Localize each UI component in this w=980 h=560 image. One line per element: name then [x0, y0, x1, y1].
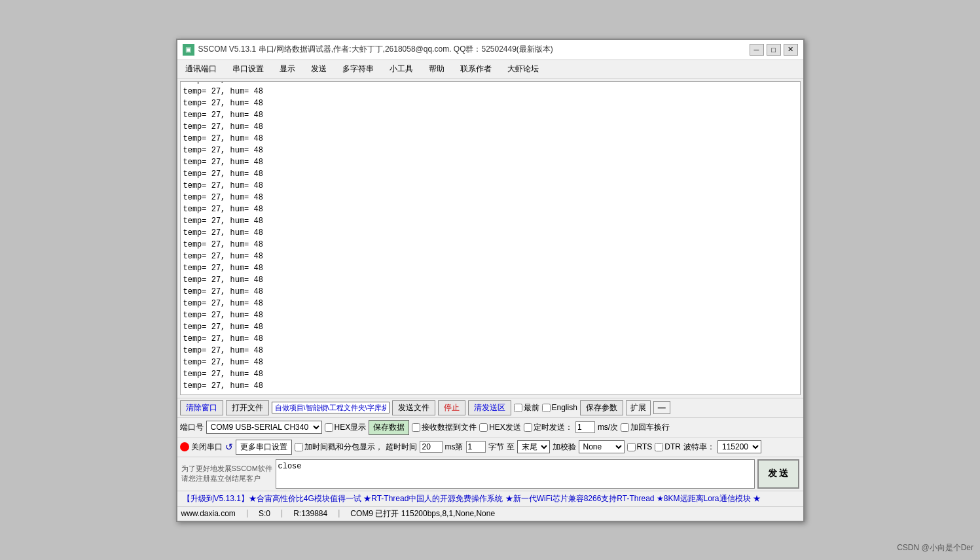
- watermark: CSDN @小向是个Der: [897, 542, 973, 553]
- data-line: temp= 27, hum= 48: [183, 156, 797, 168]
- baud-select[interactable]: 115200: [717, 440, 761, 453]
- title-bar: ▣ SSCOM V5.13.1 串口/网络数据调试器,作者:大虾丁丁,26180…: [177, 40, 803, 60]
- byte-input[interactable]: [466, 441, 486, 453]
- s-status: S:0: [259, 508, 270, 519]
- send-area: 为了更好地发展SSCOM软件 请您注册嘉立创结尾客户 close 发 送: [177, 457, 803, 491]
- port-label: 端口号: [180, 422, 204, 433]
- minimize-button[interactable]: ─: [750, 44, 764, 56]
- send-text-input[interactable]: close: [276, 459, 755, 489]
- data-line: temp= 27, hum= 48: [183, 309, 797, 321]
- menu-send[interactable]: 发送: [308, 62, 329, 76]
- status-sep-3: |: [338, 508, 340, 519]
- maximize-button[interactable]: □: [767, 44, 781, 56]
- menu-forum[interactable]: 大虾论坛: [505, 62, 541, 76]
- save-params-button[interactable]: 保存参数: [580, 400, 623, 415]
- menu-help[interactable]: 帮助: [426, 62, 447, 76]
- status-bar: www.daxia.com | S:0 | R:139884 | COM9 已打…: [177, 506, 803, 521]
- timed-send-input[interactable]: [575, 421, 595, 433]
- menu-contact[interactable]: 联系作者: [458, 62, 494, 76]
- timed-send-label: 定时发送：: [524, 422, 573, 433]
- data-line: temp= 27, hum= 48: [183, 109, 797, 121]
- data-display-area: temp= 27, hum= 48temp= 27, hum= 48temp= …: [180, 81, 801, 395]
- data-line: temp= 27, hum= 48: [183, 192, 797, 203]
- menu-bar: 通讯端口 串口设置 显示 发送 多字符串 小工具 帮助 联系作者 大虾论坛: [177, 60, 803, 79]
- data-line: temp= 27, hum= 48: [183, 168, 797, 180]
- com-status: COM9 已打开 115200bps,8,1,None,None: [350, 508, 495, 519]
- timestamp-checkbox[interactable]: [295, 443, 303, 451]
- data-line: temp= 27, hum= 48: [183, 203, 797, 215]
- tail-select[interactable]: 末尾: [517, 440, 550, 453]
- menu-multi-string[interactable]: 多字符串: [340, 62, 376, 76]
- ms2-label: ms第: [445, 442, 463, 453]
- window-title: SSCOM V5.13.1 串口/网络数据调试器,作者:大虾丁丁,2618058…: [198, 44, 553, 55]
- clear-window-button[interactable]: 清除窗口: [180, 400, 223, 415]
- refresh-icon[interactable]: ↺: [225, 442, 233, 452]
- close-port-button[interactable]: 关闭串口: [180, 442, 223, 453]
- send-button[interactable]: 发 送: [757, 459, 799, 489]
- data-line: temp= 27, hum= 48: [183, 121, 797, 133]
- open-file-button[interactable]: 打开文件: [226, 400, 269, 415]
- data-line: temp= 27, hum= 48: [183, 251, 797, 262]
- return-send-label: 加回车换行: [621, 422, 670, 433]
- data-line: temp= 27, hum= 48: [183, 274, 797, 286]
- data-line: temp= 27, hum= 48: [183, 81, 797, 86]
- data-line: temp= 27, hum= 48: [183, 145, 797, 156]
- data-line: temp= 27, hum= 48: [183, 333, 797, 345]
- data-line: temp= 27, hum= 48: [183, 345, 797, 357]
- return-send-checkbox[interactable]: [621, 423, 629, 432]
- last-checkbox-label: 最前: [514, 402, 539, 413]
- data-line: temp= 27, hum= 48: [183, 86, 797, 97]
- timeout-input[interactable]: [420, 441, 443, 453]
- rts-checkbox[interactable]: [627, 443, 636, 451]
- red-indicator: [180, 442, 189, 451]
- menu-display[interactable]: 显示: [277, 62, 298, 76]
- close-button[interactable]: ✕: [784, 44, 798, 56]
- status-sep-1: |: [246, 508, 248, 519]
- ticker-bar: 【升级到V5.13.1】★合宙高性价比4G模块值得一试 ★RT-Thread中国…: [177, 491, 803, 506]
- save-data-button[interactable]: 保存数据: [369, 420, 409, 435]
- more-settings-button[interactable]: 更多串口设置: [236, 440, 292, 455]
- data-line: temp= 27, hum= 48: [183, 227, 797, 239]
- hex-display-checkbox[interactable]: [325, 423, 333, 432]
- promo-line1: 为了更好地发展SSCOM软件: [181, 464, 273, 474]
- menu-comm-port[interactable]: 通讯端口: [183, 62, 219, 76]
- data-line: temp= 27, hum= 48: [183, 368, 797, 380]
- data-line: temp= 27, hum= 48: [183, 262, 797, 274]
- timed-send-checkbox[interactable]: [524, 423, 532, 432]
- menu-tools[interactable]: 小工具: [387, 62, 416, 76]
- stop-button[interactable]: 停止: [438, 400, 465, 415]
- send-file-button[interactable]: 发送文件: [392, 400, 435, 415]
- promo-line2: 请您注册嘉立创结尾客户: [181, 474, 273, 483]
- english-checkbox-label: English: [542, 403, 577, 412]
- clear-send-area-button[interactable]: 清发送区: [468, 400, 511, 415]
- byte-label: 字节: [488, 442, 504, 453]
- baud-label: 波特率：: [683, 442, 715, 453]
- data-line: temp= 27, hum= 48: [183, 357, 797, 368]
- hex-display-label: HEX显示: [325, 422, 367, 433]
- app-icon: ▣: [183, 44, 194, 56]
- main-window: ▣ SSCOM V5.13.1 串口/网络数据调试器,作者:大虾丁丁,26180…: [176, 39, 805, 522]
- checksum-select[interactable]: None: [579, 440, 625, 453]
- dtr-label: DTR: [655, 442, 681, 451]
- data-line: temp= 27, hum= 48: [183, 133, 797, 145]
- title-bar-controls: ─ □ ✕: [750, 44, 798, 56]
- to-label: 至: [507, 442, 515, 453]
- data-line: temp= 27, hum= 48: [183, 180, 797, 192]
- status-sep-2: |: [281, 508, 283, 519]
- port-select[interactable]: COM9 USB-SERIAL CH340: [206, 421, 322, 434]
- data-line: temp= 27, hum= 48: [183, 321, 797, 333]
- last-checkbox[interactable]: [514, 404, 522, 412]
- dtr-checkbox[interactable]: [655, 443, 663, 451]
- recv-to-file-checkbox[interactable]: [412, 423, 420, 432]
- file-path-input[interactable]: [272, 402, 390, 413]
- minus-button[interactable]: —: [653, 401, 670, 414]
- timeout-label: 超时时间: [386, 442, 417, 453]
- hex-send-checkbox[interactable]: [479, 423, 488, 432]
- expand-button[interactable]: 扩展: [626, 400, 651, 415]
- data-line: temp= 27, hum= 48: [183, 286, 797, 298]
- config-row-1: 端口号 COM9 USB-SERIAL CH340 HEX显示 保存数据 接收数…: [177, 417, 803, 437]
- english-checkbox[interactable]: [542, 404, 551, 412]
- hex-send-label: HEX发送: [479, 422, 521, 433]
- menu-serial-settings[interactable]: 串口设置: [230, 62, 266, 76]
- config-row-2: 关闭串口 ↺ 更多串口设置 加时间戳和分包显示， 超时时间 ms第 字节 至 末…: [177, 437, 803, 457]
